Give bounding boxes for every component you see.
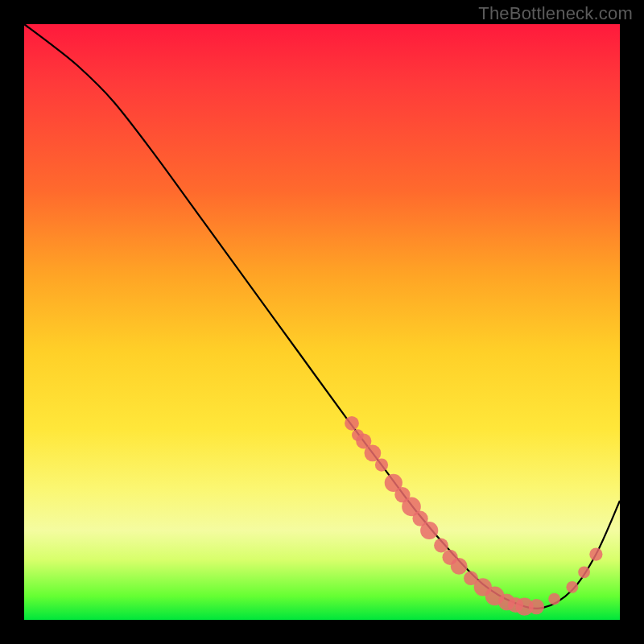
curve-marker (589, 548, 602, 561)
plot-area (24, 24, 620, 620)
curve-marker (578, 566, 590, 578)
chart-svg (24, 24, 620, 620)
curve-marker (529, 599, 544, 614)
curve-marker (434, 539, 448, 553)
curve-marker (375, 459, 388, 472)
chart-container: TheBottleneck.com (0, 0, 644, 644)
bottleneck-curve (24, 24, 620, 609)
curve-marker (365, 444, 382, 461)
curve-marker (548, 593, 560, 605)
curve-marker (451, 558, 468, 575)
curve-markers (345, 416, 602, 616)
curve-marker (566, 581, 578, 593)
watermark-text: TheBottleneck.com (478, 3, 633, 24)
curve-marker (345, 416, 359, 431)
curve-marker (420, 522, 438, 539)
